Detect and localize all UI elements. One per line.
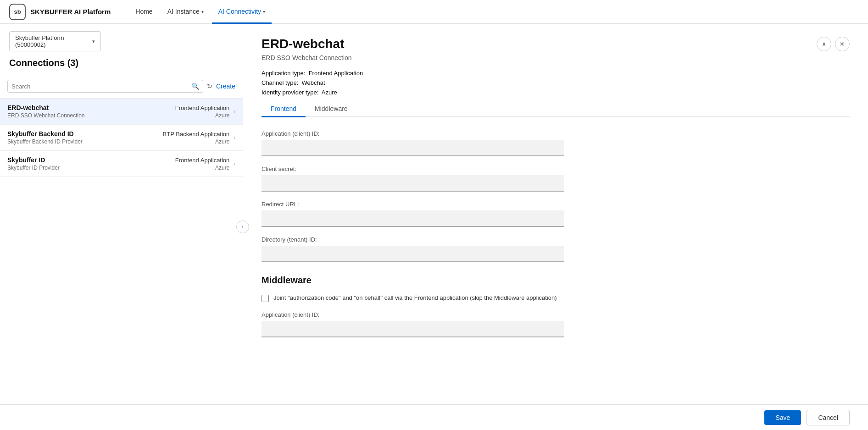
bottom-bar: Save Cancel <box>0 404 868 430</box>
chevron-right-icon: › <box>233 134 235 141</box>
search-input[interactable] <box>11 83 189 90</box>
tab-middleware[interactable]: Middleware <box>306 101 357 117</box>
instance-dropdown[interactable]: Skybuffer Platform (50000002) ▾ <box>9 31 101 51</box>
directory-tenant-id-input[interactable] <box>262 246 564 262</box>
detail-actions: ∧ ✳ <box>817 37 850 51</box>
middleware-checkbox[interactable] <box>262 295 269 302</box>
field-redirect-url: Redirect URL: <box>262 201 850 227</box>
frontend-form-section: Application (client) ID: Client secret: … <box>262 130 850 262</box>
content-area: ∧ ✳ ERD-webchat ERD SSO Webchat Connecti… <box>243 24 868 430</box>
sidebar-collapse-button[interactable]: › <box>236 221 249 233</box>
connection-item-skybuffer-backend-id[interactable]: Skybuffer Backend ID Skybuffer Backend I… <box>0 125 243 151</box>
redirect-url-input[interactable] <box>262 210 564 227</box>
refresh-icon[interactable]: ↻ <box>207 83 212 90</box>
main-layout: Skybuffer Platform (50000002) ▾ Connecti… <box>0 24 868 430</box>
nav-menu: Home AI Instance ▾ AI Connectivity ▾ <box>129 0 272 23</box>
cancel-button[interactable]: Cancel <box>807 410 850 425</box>
chevron-right-icon: › <box>233 160 235 167</box>
connection-item-erd-webchat[interactable]: ERD-webchat ERD SSO Webchat Connection F… <box>0 99 243 125</box>
save-button[interactable]: Save <box>764 410 801 425</box>
middleware-checkbox-label: Joint "authorization code" and "on behal… <box>273 294 557 302</box>
sidebar-header: Skybuffer Platform (50000002) ▾ Connecti… <box>0 24 243 74</box>
app-client-id-input[interactable] <box>262 140 564 156</box>
nav-item-ai-instance[interactable]: AI Instance ▾ <box>161 0 210 24</box>
field-directory-tenant-id: Directory (tenant) ID: <box>262 236 850 262</box>
detail-title: ERD-webchat <box>262 37 850 51</box>
detail-meta-app-type: Application type: Frontend Application <box>262 70 850 77</box>
ai-instance-arrow: ▾ <box>201 9 204 14</box>
pin-icon[interactable]: ✳ <box>835 37 850 51</box>
search-input-wrap[interactable]: 🔍 <box>7 80 203 93</box>
nav-item-ai-connectivity[interactable]: AI Connectivity ▾ <box>212 0 272 24</box>
mw-app-client-id-input[interactable] <box>262 321 564 337</box>
sidebar: Skybuffer Platform (50000002) ▾ Connecti… <box>0 24 243 430</box>
chevron-right-icon: › <box>233 108 235 115</box>
topbar: sb SKYBUFFER AI Platform Home AI Instanc… <box>0 0 868 24</box>
ai-connectivity-arrow: ▾ <box>263 9 265 14</box>
detail-subtitle: ERD SSO Webchat Connection <box>262 54 850 61</box>
field-app-client-id: Application (client) ID: <box>262 130 850 156</box>
middleware-checkbox-row: Joint "authorization code" and "on behal… <box>262 294 850 302</box>
detail-meta-identity-provider: Identity provider type: Azure <box>262 89 850 96</box>
middleware-section-title: Middleware <box>262 275 850 286</box>
field-client-secret: Client secret: <box>262 165 850 192</box>
tab-frontend[interactable]: Frontend <box>262 101 306 117</box>
client-secret-input[interactable] <box>262 175 564 192</box>
connection-item-skybuffer-id[interactable]: Skybuffer ID Skybuffer ID Provider Front… <box>0 151 243 177</box>
connections-list: ERD-webchat ERD SSO Webchat Connection F… <box>0 99 243 430</box>
app-title: SKYBUFFER AI Platform <box>30 8 111 16</box>
connections-title: Connections (3) <box>9 58 234 68</box>
logo-area: sb SKYBUFFER AI Platform <box>9 4 111 20</box>
logo-icon: sb <box>9 4 26 20</box>
detail-meta-channel-type: Channel type: Webchat <box>262 79 850 86</box>
create-button[interactable]: Create <box>216 83 235 90</box>
mw-field-app-client-id: Application (client) ID: <box>262 311 850 337</box>
nav-item-home[interactable]: Home <box>129 0 159 24</box>
collapse-icon[interactable]: ∧ <box>817 37 831 51</box>
middleware-form-section: Middleware Joint "authorization code" an… <box>262 275 850 337</box>
search-bar-area: 🔍 ↻ Create <box>0 74 243 99</box>
dropdown-arrow-icon: ▾ <box>92 39 95 44</box>
search-icon[interactable]: 🔍 <box>191 83 199 90</box>
tabs-bar: Frontend Middleware <box>262 100 850 117</box>
